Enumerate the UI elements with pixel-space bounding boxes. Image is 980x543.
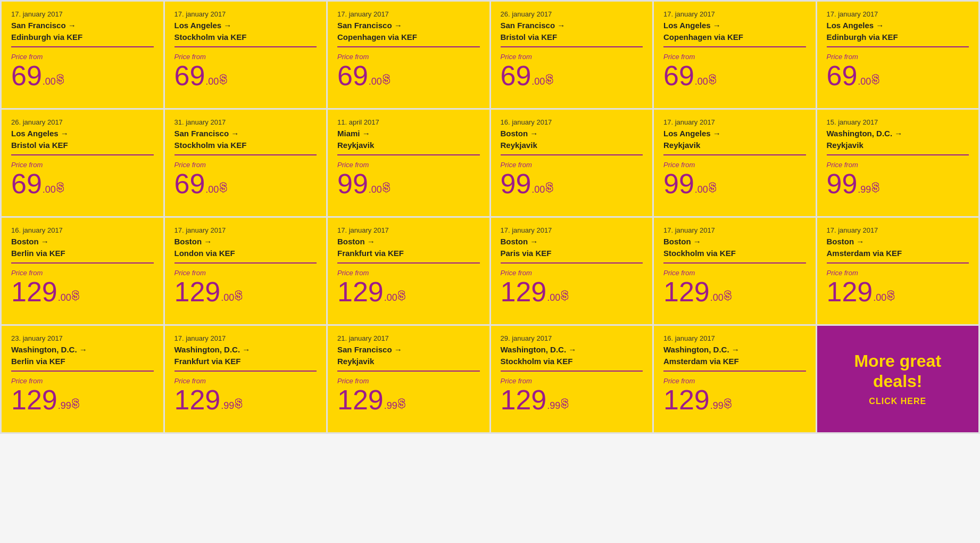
card-divider [827,46,969,47]
deal-card-21[interactable]: 29. january 2017 Washington, D.C. → Stoc… [491,326,653,432]
deal-card-7[interactable]: 31. january 2017 San Francisco → Stockho… [165,110,327,216]
special-link: CLICK HERE [869,397,926,406]
price-currency: $ [561,289,568,302]
deal-card-18[interactable]: 23. january 2017 Washington, D.C. → Berl… [2,326,163,432]
card-from: San Francisco → [337,344,480,355]
price-row: 69 .00 $ [11,170,154,198]
price-label: Price from [501,377,643,385]
card-to: Stockholm via KEF [175,140,317,151]
price-label: Price from [11,377,154,385]
price-main: 129 [827,278,873,306]
deal-card-12[interactable]: 16. january 2017 Boston → Berlin via KEF… [2,218,163,324]
price-main: 69 [11,170,42,198]
card-to: Frankfurt via KEF [175,356,317,367]
price-main: 129 [663,278,710,306]
card-to: Reykjavik [337,356,480,367]
deal-card-8[interactable]: 11. april 2017 Miami → Reykjavik Price f… [328,110,489,216]
price-label: Price from [175,269,317,277]
deal-card-14[interactable]: 17. january 2017 Boston → Frankfurt via … [328,218,489,324]
card-date: 16. january 2017 [501,118,643,126]
price-decimal: .00 [873,292,886,303]
deal-card-6[interactable]: 26. january 2017 Los Angeles → Bristol v… [2,110,163,216]
card-divider [11,154,154,155]
deal-card-19[interactable]: 17. january 2017 Washington, D.C. → Fran… [165,326,327,432]
price-label: Price from [827,161,969,169]
deal-card-0[interactable]: 17. january 2017 San Francisco → Edinbur… [2,2,163,108]
price-row: 99 .00 $ [501,170,643,198]
card-divider [175,371,317,372]
price-label: Price from [501,53,643,61]
deal-card-4[interactable]: 17. january 2017 Los Angeles → Copenhage… [654,2,816,108]
deal-card-2[interactable]: 17. january 2017 San Francisco → Copenha… [328,2,489,108]
deal-card-13[interactable]: 17. january 2017 Boston → London via KEF… [165,218,327,324]
price-currency: $ [709,180,716,194]
card-date: 17. january 2017 [337,226,480,234]
deal-card-3[interactable]: 26. january 2017 San Francisco → Bristol… [491,2,653,108]
card-from: Washington, D.C. → [827,128,969,139]
card-to: Amsterdam via KEF [663,356,806,367]
price-main: 129 [337,278,384,306]
card-from: Los Angeles → [663,128,806,139]
price-label: Price from [663,377,806,385]
card-divider [827,154,969,155]
price-currency: $ [725,397,731,410]
card-from: Boston → [11,236,154,247]
deal-card-9[interactable]: 16. january 2017 Boston → Reykjavik Pric… [491,110,653,216]
deal-card-23[interactable]: More greatdeals! CLICK HERE [817,326,979,432]
price-main: 69 [175,62,205,89]
price-main: 69 [11,62,42,89]
price-main: 129 [175,386,221,414]
card-from: Boston → [337,236,480,247]
card-divider [337,262,480,264]
card-to: Stockholm via KEF [663,248,806,259]
card-to: Copenhagen via KEF [663,32,806,43]
price-row: 69 .00 $ [11,62,154,89]
card-to: Reykjavik [501,140,643,151]
price-currency: $ [872,72,878,86]
price-currency: $ [546,180,552,194]
price-main: 99 [827,170,858,198]
card-to: Edinburgh via KEF [11,32,154,43]
price-currency: $ [546,72,552,86]
special-title: More greatdeals! [854,351,941,392]
price-row: 129 .99 $ [501,386,643,414]
price-currency: $ [72,289,79,302]
deal-card-22[interactable]: 16. january 2017 Washington, D.C. → Amst… [654,326,816,432]
card-date: 17. january 2017 [827,226,969,234]
deal-card-11[interactable]: 15. january 2017 Washington, D.C. → Reyk… [817,110,979,216]
card-from: Boston → [663,236,806,247]
price-currency: $ [57,180,63,194]
card-from: Los Angeles → [175,20,317,31]
price-main: 129 [11,386,57,414]
price-row: 129 .99 $ [663,386,806,414]
deal-card-16[interactable]: 17. january 2017 Boston → Stockholm via … [654,218,816,324]
price-label: Price from [11,53,154,61]
price-main: 99 [337,170,368,198]
deal-card-17[interactable]: 17. january 2017 Boston → Amsterdam via … [817,218,979,324]
deal-card-20[interactable]: 21. january 2017 San Francisco → Reykjav… [328,326,489,432]
card-from: Washington, D.C. → [663,344,806,355]
card-date: 17. january 2017 [175,226,317,234]
card-date: 26. january 2017 [501,10,643,18]
card-from: Boston → [175,236,317,247]
deal-card-1[interactable]: 17. january 2017 Los Angeles → Stockholm… [165,2,327,108]
deal-card-5[interactable]: 17. january 2017 Los Angeles → Edinburgh… [817,2,979,108]
card-divider [175,154,317,155]
deal-card-10[interactable]: 17. january 2017 Los Angeles → Reykjavik… [654,110,816,216]
price-main: 129 [175,278,221,306]
card-from: Washington, D.C. → [11,344,154,355]
price-currency: $ [398,289,405,302]
deals-grid: 17. january 2017 San Francisco → Edinbur… [0,0,980,434]
price-label: Price from [337,53,480,61]
price-label: Price from [11,161,154,169]
card-to: Stockholm via KEF [175,32,317,43]
price-decimal: .00 [531,184,545,195]
card-to: Reykjavik [827,140,969,151]
deal-card-15[interactable]: 17. january 2017 Boston → Paris via KEF … [491,218,653,324]
card-to: Bristol via KEF [501,32,643,43]
price-currency: $ [72,397,79,410]
price-currency: $ [383,72,389,86]
price-decimal: .00 [43,76,56,87]
price-row: 69 .00 $ [175,170,317,198]
price-row: 69 .00 $ [663,62,806,89]
